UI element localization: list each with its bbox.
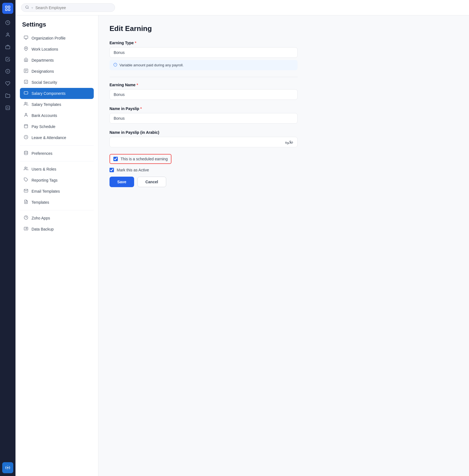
designations-icon [23, 69, 29, 74]
nav-chart[interactable] [2, 102, 13, 113]
earning-type-info-box: Variable amount paid during any payroll. [110, 60, 298, 70]
sidebar-label-salary-components: Salary Components [32, 91, 66, 96]
nav-money[interactable] [2, 66, 13, 77]
nav-checklist[interactable] [2, 54, 13, 65]
svg-point-24 [25, 167, 26, 168]
sidebar-item-departments[interactable]: Departments [20, 55, 94, 66]
nav-heart[interactable] [2, 78, 13, 89]
nav-briefcase[interactable] [2, 41, 13, 53]
departments-icon [23, 57, 29, 63]
sidebar-label-departments: Departments [32, 58, 54, 62]
sidebar-divider-1 [20, 145, 94, 146]
sidebar-item-designations[interactable]: Designations [20, 66, 94, 77]
scheduled-earning-checkbox[interactable] [113, 157, 118, 161]
work-locations-icon [23, 46, 29, 52]
sidebar-item-social-security[interactable]: Social Security [20, 77, 94, 88]
sidebar-item-leave-attendance[interactable]: Leave & Attendance [20, 132, 94, 143]
earning-name-required: * [137, 83, 138, 87]
sidebar-item-pay-schedule[interactable]: Pay Schedule [20, 121, 94, 132]
sidebar-item-bank-accounts[interactable]: Bank Accounts [20, 110, 94, 121]
sidebar-item-preferences[interactable]: Preferences [20, 148, 94, 159]
sidebar-item-salary-templates[interactable]: Salary Templates [20, 99, 94, 110]
content-area: Settings Organization Profile Work Locat… [15, 15, 469, 476]
sidebar-label-zoho-apps: Zoho Apps [32, 216, 50, 220]
sidebar-label-work-locations: Work Locations [32, 47, 58, 51]
sidebar-title: Settings [20, 21, 94, 28]
search-divider: ▾ [31, 6, 33, 10]
cancel-button[interactable]: Cancel [137, 177, 166, 187]
sidebar-label-designations: Designations [32, 69, 54, 74]
sidebar-item-zoho-apps[interactable]: Zoho Apps [20, 213, 94, 224]
main-content: Edit Earning Earning Type * Variable amo… [98, 15, 469, 476]
active-checkbox-container: Mark this as Active [110, 168, 298, 172]
search-input[interactable] [35, 6, 111, 10]
edit-earning-form: Edit Earning Earning Type * Variable amo… [110, 24, 298, 187]
svg-rect-18 [24, 125, 28, 128]
button-row: Save Cancel [110, 177, 298, 187]
earning-name-input[interactable] [110, 89, 298, 100]
page-title: Edit Earning [110, 24, 298, 33]
svg-rect-11 [24, 36, 28, 38]
save-button[interactable]: Save [110, 177, 134, 187]
search-icon [25, 5, 29, 10]
svg-rect-14 [24, 80, 28, 83]
earning-type-group: Earning Type * Variable amount paid duri… [110, 41, 298, 70]
sidebar-item-org-profile[interactable]: Organization Profile [20, 33, 94, 44]
sidebar-label-pay-schedule: Pay Schedule [32, 124, 55, 129]
sidebar-item-templates[interactable]: Templates [20, 197, 94, 208]
earning-name-label: Earning Name * [110, 83, 298, 87]
nav-people[interactable] [2, 29, 13, 40]
form-divider-1 [110, 77, 298, 77]
name-payslip-input[interactable] [110, 113, 298, 124]
name-payslip-required: * [140, 106, 142, 111]
nav-folder[interactable] [2, 90, 13, 101]
sidebar: Settings Organization Profile Work Locat… [15, 15, 98, 476]
sidebar-item-email-templates[interactable]: Email Templates [20, 186, 94, 197]
svg-point-23 [24, 151, 28, 152]
earning-type-input[interactable] [110, 47, 298, 58]
email-templates-icon [23, 189, 29, 194]
svg-point-17 [25, 113, 27, 115]
earning-type-label: Earning Type * [110, 41, 298, 45]
svg-point-8 [7, 467, 9, 469]
name-payslip-group: Name in Payslip * [110, 106, 298, 124]
preferences-icon [23, 151, 29, 156]
topbar: ▾ [15, 0, 469, 15]
scheduled-earning-label[interactable]: This is a scheduled earning [121, 157, 168, 161]
nav-settings[interactable] [2, 462, 13, 473]
active-checkbox[interactable] [110, 168, 114, 172]
sidebar-item-salary-components[interactable]: Salary Components [20, 88, 94, 99]
org-profile-icon [23, 35, 29, 41]
bank-accounts-icon [23, 113, 29, 118]
icon-bar-bottom [0, 462, 15, 473]
nav-dashboard[interactable] [2, 17, 13, 28]
sidebar-item-data-backup[interactable]: Data Backup [20, 224, 94, 235]
sidebar-item-work-locations[interactable]: Work Locations [20, 44, 94, 55]
app-logo[interactable] [2, 3, 13, 14]
scheduled-earning-checkbox-container: This is a scheduled earning [110, 154, 171, 164]
earning-type-info-text: Variable amount paid during any payroll. [119, 63, 184, 67]
svg-point-12 [25, 48, 27, 49]
svg-rect-2 [6, 9, 7, 11]
icon-bar [0, 0, 15, 476]
earning-type-required: * [135, 41, 136, 45]
leave-attendance-icon [23, 135, 29, 140]
sidebar-item-users-roles[interactable]: Users & Roles [20, 164, 94, 175]
search-box[interactable]: ▾ [21, 3, 115, 12]
name-payslip-arabic-group: Name in Payslip (in Arabic) [110, 130, 298, 147]
users-roles-icon [23, 166, 29, 172]
svg-rect-1 [8, 6, 10, 8]
name-payslip-arabic-label: Name in Payslip (in Arabic) [110, 130, 298, 135]
active-label[interactable]: Mark this as Active [117, 168, 149, 172]
sidebar-label-org-profile: Organization Profile [32, 36, 66, 40]
svg-point-16 [25, 102, 26, 104]
pay-schedule-icon [23, 124, 29, 129]
reporting-tags-icon [23, 177, 29, 183]
sidebar-label-preferences: Preferences [32, 151, 52, 156]
svg-line-10 [28, 8, 29, 9]
name-payslip-arabic-input[interactable] [110, 137, 298, 147]
earning-name-group: Earning Name * [110, 83, 298, 100]
sidebar-label-users-roles: Users & Roles [32, 167, 56, 171]
sidebar-item-reporting-tags[interactable]: Reporting Tags [20, 175, 94, 186]
sidebar-divider-2 [20, 161, 94, 161]
